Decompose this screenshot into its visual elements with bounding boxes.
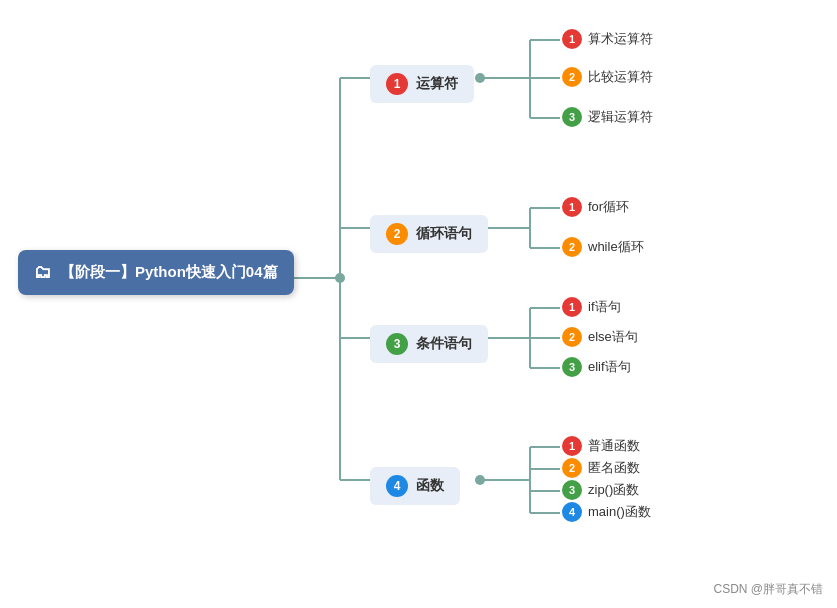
leaf-3-2: 2 else语句 [562, 327, 638, 347]
leaf-badge-3-1: 1 [562, 297, 582, 317]
leaf-badge-3-2: 2 [562, 327, 582, 347]
leaf-4-4: 4 main()函数 [562, 502, 651, 522]
leaf-label-2-2: while循环 [588, 238, 644, 256]
leaf-label-4-3: zip()函数 [588, 481, 639, 499]
leaf-badge-1-2: 2 [562, 67, 582, 87]
leaf-4-3: 3 zip()函数 [562, 480, 639, 500]
leaf-badge-4-4: 4 [562, 502, 582, 522]
leaf-badge-1-3: 3 [562, 107, 582, 127]
leaf-badge-3-3: 3 [562, 357, 582, 377]
leaf-badge-4-3: 3 [562, 480, 582, 500]
branch-node-3: 3 条件语句 [370, 325, 488, 363]
svg-point-26 [475, 73, 485, 83]
leaf-badge-1-1: 1 [562, 29, 582, 49]
leaf-1-1: 1 算术运算符 [562, 29, 653, 49]
leaf-badge-4-2: 2 [562, 458, 582, 478]
leaf-4-1: 1 普通函数 [562, 436, 640, 456]
leaf-label-3-3: elif语句 [588, 358, 631, 376]
leaf-label-1-1: 算术运算符 [588, 30, 653, 48]
branch-badge-2: 2 [386, 223, 408, 245]
leaf-1-2: 2 比较运算符 [562, 67, 653, 87]
branch-badge-4: 4 [386, 475, 408, 497]
leaf-3-3: 3 elif语句 [562, 357, 631, 377]
leaf-3-1: 1 if语句 [562, 297, 621, 317]
leaf-label-3-1: if语句 [588, 298, 621, 316]
leaf-label-4-1: 普通函数 [588, 437, 640, 455]
mind-map: 🗂 【阶段一】Python快速入门04篇 1 运算符 2 循环语句 3 条件语句… [0, 0, 837, 608]
svg-point-30 [335, 273, 345, 283]
leaf-badge-4-1: 1 [562, 436, 582, 456]
leaf-label-4-2: 匿名函数 [588, 459, 640, 477]
leaf-label-1-3: 逻辑运算符 [588, 108, 653, 126]
root-label: 【阶段一】Python快速入门04篇 [60, 263, 278, 282]
leaf-label-4-4: main()函数 [588, 503, 651, 521]
branch-node-4: 4 函数 [370, 467, 460, 505]
branch-label-4: 函数 [416, 477, 444, 495]
leaf-badge-2-1: 1 [562, 197, 582, 217]
branch-badge-3: 3 [386, 333, 408, 355]
leaf-2-2: 2 while循环 [562, 237, 644, 257]
svg-point-29 [475, 475, 485, 485]
branch-node-2: 2 循环语句 [370, 215, 488, 253]
leaf-4-2: 2 匿名函数 [562, 458, 640, 478]
branch-label-3: 条件语句 [416, 335, 472, 353]
branch-label-1: 运算符 [416, 75, 458, 93]
branch-label-2: 循环语句 [416, 225, 472, 243]
leaf-2-1: 1 for循环 [562, 197, 629, 217]
branch-node-1: 1 运算符 [370, 65, 474, 103]
root-node: 🗂 【阶段一】Python快速入门04篇 [18, 250, 294, 295]
branch-badge-1: 1 [386, 73, 408, 95]
leaf-label-1-2: 比较运算符 [588, 68, 653, 86]
watermark: CSDN @胖哥真不错 [713, 581, 823, 598]
leaf-label-2-1: for循环 [588, 198, 629, 216]
leaf-badge-2-2: 2 [562, 237, 582, 257]
root-icon: 🗂 [34, 262, 52, 283]
leaf-1-3: 3 逻辑运算符 [562, 107, 653, 127]
leaf-label-3-2: else语句 [588, 328, 638, 346]
